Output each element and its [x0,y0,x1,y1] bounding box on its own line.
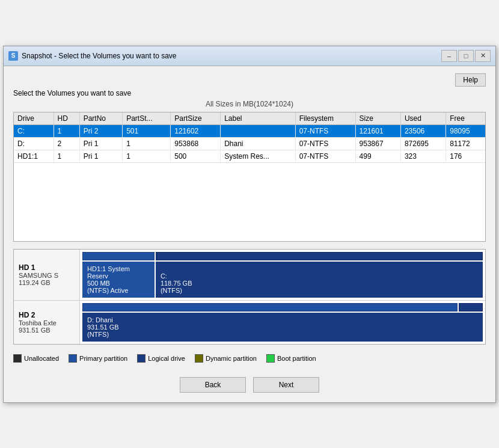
back-button[interactable]: Back [180,377,246,393]
legend-label-boot: Boot partition [277,355,316,362]
col-size: Size [355,112,400,125]
legend-box-boot [266,354,275,363]
main-window: S Snapshot - Select the Volumes you want… [3,46,496,403]
disk-info-hd2: HD 2 Toshiba Exte 931.51 GB [14,301,80,344]
col-label: Label [221,112,296,125]
col-partst: PartSt... [123,112,171,125]
cell-2-9: 176 [446,150,485,162]
button-row: Back Next [13,372,486,395]
hd1-part2-detail[interactable]: C: 118.75 GB (NTFS) [156,262,483,298]
disk-hd1-title: HD 1 [19,263,75,272]
cell-1-9: 81172 [446,137,485,150]
disk-hd2-subtitle: Toshiba Exte [19,319,75,327]
legend-box-dynamic [195,354,203,363]
cell-1-7: 953867 [355,137,400,150]
disk-hd1-subtitle: SAMSUNG S [19,272,75,279]
col-partsize: PartSize [171,112,221,125]
legend-label-unalloc: Unallocated [24,355,59,362]
cell-0-2: Pri 2 [79,124,123,137]
cell-1-4: 953868 [171,137,221,150]
col-partno: PartNo [79,112,123,125]
table-header-row: Drive HD PartNo PartSt... PartSize Label… [14,112,485,125]
legend-box-logical [137,354,145,363]
disk-visual-area: HD 1 SAMSUNG S 119.24 GB HD1:1 System Re… [13,249,486,345]
legend-area: Unallocated Primary partition Logical dr… [13,351,486,366]
disk-info-hd1: HD 1 SAMSUNG S 119.24 GB [14,250,80,300]
cell-0-0: C: [14,124,54,137]
hd2-bar-row [82,303,483,311]
cell-0-7: 121601 [355,124,400,137]
hd1-part1-size: 500 MB [87,280,150,287]
title-controls: – □ ✕ [441,50,491,62]
cell-0-5 [221,124,296,137]
hd1-part2-bar [156,252,483,260]
hd1-part2-type: (NTFS) [161,287,478,294]
cell-0-8: 23506 [400,124,445,137]
close-button[interactable]: ✕ [475,50,491,62]
hd2-part1-size: 931.51 GB [87,324,478,331]
disk-hd2-title: HD 2 [19,311,75,319]
minimize-button[interactable]: – [441,50,457,62]
cell-1-8: 872695 [400,137,445,150]
col-hd: HD [54,112,79,125]
cell-1-0: D: [14,137,54,150]
table-row[interactable]: D:2Pri 11953868Dhani07-NTFS9538678726958… [14,137,485,150]
help-button[interactable]: Help [455,73,486,87]
hd1-part1-bar [82,252,155,260]
table-row[interactable]: HD1:11Pri 11500System Res...07-NTFS49932… [14,150,485,162]
cell-2-6: 07-NTFS [295,150,355,162]
cell-2-1: 1 [54,150,79,162]
table-row[interactable]: C:1Pri 250112160207-NTFS1216012350698095 [14,124,485,137]
hd1-part2-label: C: [161,272,478,280]
app-icon: S [8,51,18,61]
hd2-part2-bar [459,303,483,311]
content-area: Help Select the Volumes you want to save… [4,66,495,402]
cell-1-5: Dhani [221,137,296,150]
cell-0-9: 98095 [446,124,485,137]
legend-logical: Logical drive [137,354,185,363]
title-bar: S Snapshot - Select the Volumes you want… [4,46,495,66]
volumes-table: Drive HD PartNo PartSt... PartSize Label… [14,112,485,163]
disk-row-hd1: HD 1 SAMSUNG S 119.24 GB HD1:1 System Re… [14,250,485,301]
hd2-detail-row: D: Dhani 931.51 GB (NTFS) [82,313,483,342]
table-empty-space [14,163,485,241]
legend-dynamic: Dynamic partition [195,354,257,363]
cell-2-7: 499 [355,150,400,162]
col-used: Used [400,112,445,125]
cell-0-4: 121602 [171,124,221,137]
window-title: Snapshot - Select the Volumes you want t… [22,52,176,60]
disk-hd1-partitions: HD1:1 System Reserv 500 MB (NTFS) Active… [80,250,485,300]
hd2-part1-bar [82,303,458,311]
cell-1-1: 2 [54,137,79,150]
legend-box-primary [69,354,77,363]
volumes-table-container: Drive HD PartNo PartSt... PartSize Label… [13,112,486,242]
cell-2-2: Pri 1 [79,150,123,162]
cell-0-1: 1 [54,124,79,137]
cell-1-2: Pri 1 [79,137,123,150]
hd2-part1-type: (NTFS) [87,331,478,338]
cell-0-3: 501 [123,124,171,137]
maximize-button[interactable]: □ [458,50,474,62]
col-free: Free [446,112,485,125]
cell-0-6: 07-NTFS [295,124,355,137]
disk-hd1-size: 119.24 GB [19,279,75,286]
legend-box-unalloc [13,354,22,363]
next-button[interactable]: Next [253,377,319,393]
hd1-part1-detail[interactable]: HD1:1 System Reserv 500 MB (NTFS) Active [82,262,155,298]
cell-2-8: 323 [400,150,445,162]
hd2-part1-detail[interactable]: D: Dhani 931.51 GB (NTFS) [82,313,483,342]
col-drive: Drive [14,112,54,125]
cell-2-5: System Res... [221,150,296,162]
hd1-part2-size: 118.75 GB [161,280,478,287]
disk-hd2-size: 931.51 GB [19,327,75,334]
cell-2-3: 1 [123,150,171,162]
col-filesystem: Filesystem [295,112,355,125]
hd1-part1-label: HD1:1 System Reserv [87,265,150,280]
cell-2-4: 500 [171,150,221,162]
legend-unallocated: Unallocated [13,354,59,363]
hd1-detail-row: HD1:1 System Reserv 500 MB (NTFS) Active… [82,262,483,298]
disk-hd2-partitions: D: Dhani 931.51 GB (NTFS) [80,301,485,344]
hd1-bar-row [82,252,483,260]
legend-boot: Boot partition [266,354,316,363]
legend-label-logical: Logical drive [148,355,185,362]
